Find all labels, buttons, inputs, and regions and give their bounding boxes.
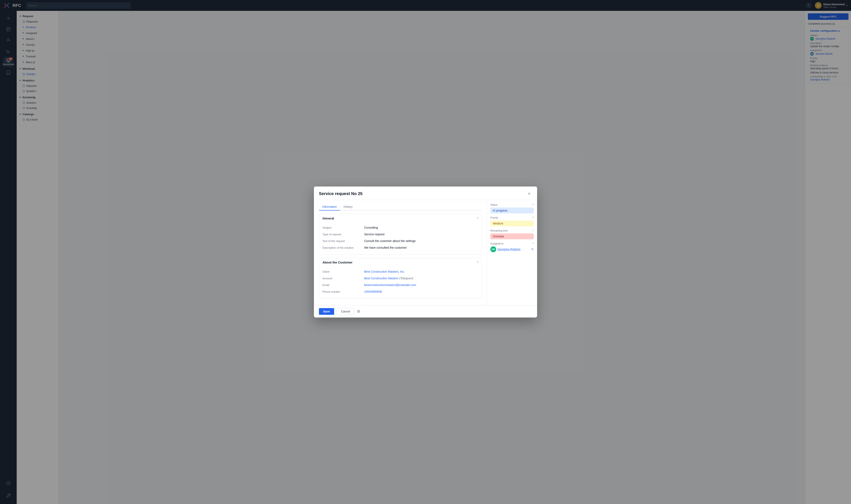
modal-overlay: Service request No 25 × Information Hist… — [0, 0, 300, 175]
